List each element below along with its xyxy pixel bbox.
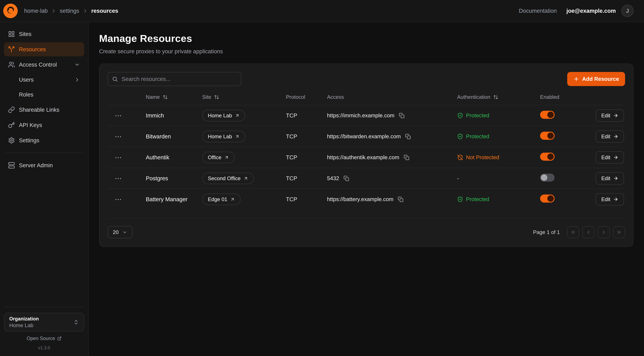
external-link-icon — [235, 113, 240, 118]
site-link[interactable]: Office — [202, 152, 235, 163]
organization-selector[interactable]: Organization Home Lab — [4, 313, 84, 332]
sidebar-item-server-admin[interactable]: Server Admin — [4, 158, 84, 172]
column-header-site[interactable]: Site — [202, 94, 286, 100]
breadcrumb-home-lab[interactable]: home-lab — [24, 8, 48, 14]
search-input[interactable] — [108, 72, 241, 86]
enabled-toggle[interactable] — [540, 153, 554, 161]
row-menu-button[interactable]: ⋯ — [112, 194, 124, 204]
page-size-select[interactable]: 20 — [108, 226, 133, 238]
chevron-down-icon — [122, 230, 128, 235]
arrow-right-icon — [613, 134, 618, 139]
column-header-name[interactable]: Name — [146, 94, 202, 100]
auth-label: Protected — [466, 196, 489, 202]
edit-button[interactable]: Edit — [596, 172, 624, 184]
copy-button[interactable] — [404, 133, 412, 140]
enabled-toggle[interactable] — [540, 132, 554, 140]
first-page-button[interactable] — [567, 226, 579, 238]
sidebar-item-label: Shareable Links — [19, 106, 59, 113]
resource-name: Postgres — [146, 175, 202, 182]
shield-off-icon — [457, 154, 463, 160]
prev-page-button[interactable] — [582, 226, 594, 238]
chevron-left-icon — [586, 230, 591, 235]
table-row: ⋯ Battery Manager Edge 01 TCP https://ba… — [108, 188, 625, 210]
version-label: v1.3.0 — [4, 345, 84, 350]
last-page-button[interactable] — [613, 226, 625, 238]
external-link-icon — [57, 336, 62, 341]
enabled-toggle[interactable] — [540, 174, 554, 182]
column-header-access: Access — [327, 94, 457, 100]
edit-button[interactable]: Edit — [596, 110, 624, 122]
row-menu-button[interactable]: ⋯ — [112, 174, 124, 183]
user-menu[interactable]: joe@example.com J — [566, 5, 634, 17]
search-icon — [112, 76, 118, 82]
breadcrumb-settings[interactable]: settings — [60, 8, 79, 14]
organization-value: Home Lab — [9, 322, 70, 328]
protocol-value: TCP — [286, 196, 327, 202]
open-source-link[interactable]: Open Source — [4, 336, 84, 341]
site-label: Second Office — [208, 176, 240, 181]
breadcrumb: home-lab settings resources — [24, 8, 118, 14]
auth-status: Protected — [457, 112, 540, 119]
copy-icon — [398, 196, 404, 202]
column-header-enabled: Enabled — [540, 94, 596, 100]
site-link[interactable]: Home Lab — [202, 131, 245, 142]
copy-button[interactable] — [398, 112, 405, 119]
column-header-authentication[interactable]: Authentication — [457, 94, 540, 100]
edit-button[interactable]: Edit — [596, 130, 624, 143]
row-menu-button[interactable]: ⋯ — [112, 153, 124, 162]
auth-status: Not Protected — [457, 154, 540, 160]
sidebar-item-sites[interactable]: Sites — [4, 27, 84, 41]
sidebar-item-shareable-links[interactable]: Shareable Links — [4, 103, 84, 117]
pagination-controls: Page 1 of 1 — [533, 226, 625, 238]
toggle-knob — [547, 112, 554, 118]
key-icon — [8, 122, 15, 128]
enabled-toggle[interactable] — [540, 111, 554, 119]
sidebar-item-settings[interactable]: Settings — [4, 133, 84, 148]
top-bar: home-lab settings resources Documentatio… — [0, 0, 644, 22]
copy-icon — [399, 113, 404, 118]
open-source-label: Open Source — [26, 336, 55, 341]
plus-icon — [573, 76, 579, 82]
access-value: 5432 — [327, 175, 339, 182]
documentation-link[interactable]: Documentation — [519, 8, 557, 14]
copy-icon — [344, 176, 349, 181]
resources-card: Add Resource Name Site — [99, 64, 634, 247]
table-row: ⋯ Postgres Second Office TCP 5432 - Edit — [108, 168, 625, 188]
edit-button[interactable]: Edit — [596, 151, 624, 164]
auth-status: - — [457, 175, 540, 182]
enabled-toggle[interactable] — [540, 194, 554, 202]
sidebar-item-users[interactable]: Users — [4, 73, 84, 86]
app-logo[interactable] — [3, 4, 18, 18]
chevron-right-icon — [74, 77, 80, 83]
add-resource-label: Add Resource — [582, 76, 619, 82]
next-page-button[interactable] — [598, 226, 610, 238]
copy-button[interactable] — [343, 175, 350, 182]
page-title: Manage Resources — [99, 32, 634, 44]
pangolin-logo-icon — [3, 4, 18, 18]
sidebar-item-access-control[interactable]: Access Control — [4, 58, 84, 72]
main-content: Manage Resources Create secure proxies t… — [88, 22, 644, 356]
sidebar-item-label: Resources — [19, 46, 46, 52]
add-resource-button[interactable]: Add Resource — [567, 72, 625, 86]
access-value: https://battery.example.com — [327, 196, 393, 202]
sidebar-item-label: Settings — [19, 137, 39, 144]
shield-check-icon — [457, 112, 463, 118]
site-link[interactable]: Second Office — [202, 173, 254, 184]
resources-table: Name Site Protocol Access Authentication — [108, 94, 625, 210]
organization-label: Organization — [9, 316, 70, 322]
edit-button[interactable]: Edit — [596, 193, 624, 206]
sidebar-item-api-keys[interactable]: API Keys — [4, 118, 84, 132]
copy-button[interactable] — [397, 196, 404, 203]
row-menu-button[interactable]: ⋯ — [112, 132, 124, 141]
external-link-icon — [244, 176, 248, 181]
sidebar-item-roles[interactable]: Roles — [4, 88, 84, 102]
copy-button[interactable] — [403, 154, 410, 161]
auth-status: Protected — [457, 133, 540, 140]
site-link[interactable]: Home Lab — [202, 110, 245, 121]
sidebar-item-resources[interactable]: Resources — [4, 42, 84, 56]
row-menu-button[interactable]: ⋯ — [112, 111, 124, 120]
site-link[interactable]: Edge 01 — [202, 194, 240, 205]
access-value: https://authentik.example.com — [327, 154, 399, 160]
avatar: J — [622, 5, 634, 17]
sidebar-nav: Sites Resources Access Control Users Rol… — [4, 27, 84, 172]
